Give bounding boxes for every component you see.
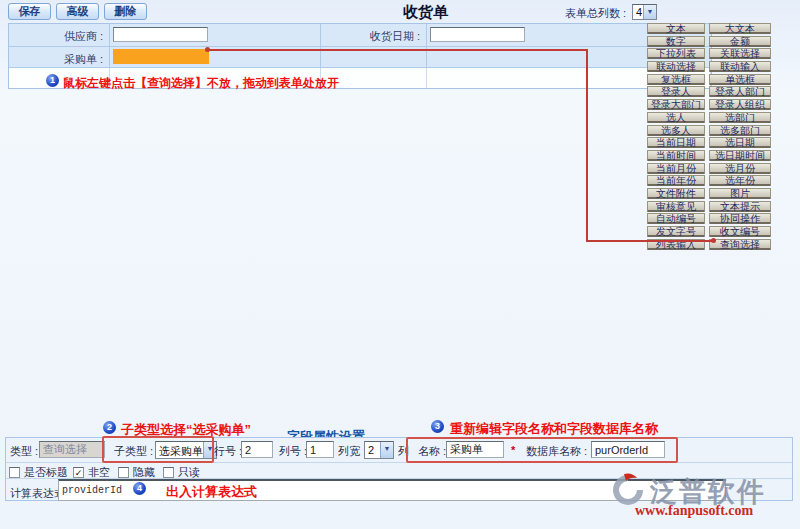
total-columns-label: 表单总列数 :	[565, 6, 626, 21]
checkbox-label-is-title: 是否标题	[24, 465, 68, 480]
connector-start-dot	[205, 47, 210, 52]
checkbox-item-is-title: 是否标题	[9, 465, 68, 480]
checkbox-item-not-null: ✓非空	[73, 465, 110, 480]
type-label: 类型 :	[10, 444, 38, 459]
palette-button-1[interactable]: 文本	[647, 23, 705, 34]
palette-button-4[interactable]: 金额	[709, 36, 771, 47]
palette-button-10[interactable]: 单选框	[709, 74, 771, 85]
palette-button-9[interactable]: 复选框	[647, 74, 705, 85]
step4-badge: 4	[133, 482, 146, 495]
checkbox-label-not-null: 非空	[88, 465, 110, 480]
rownum-label: 行号 :	[214, 444, 242, 459]
palette-button-30[interactable]: 文本提示	[709, 201, 771, 212]
palette-button-5[interactable]: 下拉列表	[647, 48, 705, 59]
checkbox-item-readonly: 只读	[163, 465, 200, 480]
palette-button-32[interactable]: 协同操作	[709, 213, 771, 224]
step4-text: 出入计算表达式	[166, 483, 257, 501]
palette-button-2[interactable]: 大文本	[709, 23, 771, 34]
step2-badge: 2	[103, 421, 116, 434]
palette-button-18[interactable]: 选多部门	[709, 125, 771, 136]
palette-button-34[interactable]: 收文编号	[709, 226, 771, 237]
checkbox-label-readonly: 只读	[178, 465, 200, 480]
palette-button-3[interactable]: 数字	[647, 36, 705, 47]
purchase-order-label: 采购单 :	[9, 47, 110, 68]
palette-button-12[interactable]: 登录人部门	[709, 86, 771, 97]
palette-button-19[interactable]: 当前日期	[647, 137, 705, 148]
palette-button-8[interactable]: 联动输入	[709, 61, 771, 72]
palette-button-27[interactable]: 文件附件	[647, 188, 705, 199]
connector-line-top	[209, 49, 587, 51]
palette-button-6[interactable]: 关联选择	[709, 48, 771, 59]
checkbox-is-title[interactable]	[9, 467, 20, 478]
colnum-input[interactable]	[306, 441, 334, 458]
step2-text: 子类型选择“选采购单”	[121, 421, 251, 439]
palette-button-31[interactable]: 自动编号	[647, 213, 705, 224]
highlight-box-subtype	[102, 436, 214, 463]
palette-button-21[interactable]: 当前时间	[647, 150, 705, 161]
checkbox-label-hidden: 隐藏	[133, 465, 155, 480]
palette-button-25[interactable]: 当前年份	[647, 175, 705, 186]
palette-button-26[interactable]: 选年份	[709, 175, 771, 186]
palette-button-17[interactable]: 选多人	[647, 125, 705, 136]
page-title: 收货单	[403, 3, 448, 22]
colwidth-value: 2	[365, 442, 380, 458]
step3-text: 重新编辑字段名称和字段数据库名称	[450, 420, 658, 438]
chevron-down-icon[interactable]: ▼	[380, 442, 393, 458]
receipt-date-label: 收货日期 :	[321, 24, 427, 47]
checkbox-readonly[interactable]	[163, 467, 174, 478]
step1-badge: 1	[46, 74, 59, 87]
step3-badge: 3	[431, 420, 444, 433]
palette-button-22[interactable]: 选日期时间	[709, 150, 771, 161]
step1-text: 鼠标左键点击【查询选择】不放，拖动到表单处放开	[63, 75, 339, 92]
total-columns-select[interactable]: 4 ▼	[632, 4, 657, 20]
rownum-input[interactable]	[241, 441, 273, 458]
checkbox-item-hidden: 隐藏	[118, 465, 155, 480]
palette-button-28[interactable]: 图片	[709, 188, 771, 199]
save-button[interactable]: 保存	[8, 3, 51, 20]
palette-button-16[interactable]: 选部门	[709, 112, 771, 123]
palette-button-24[interactable]: 选月份	[709, 163, 771, 174]
palette-button-36[interactable]: 查询选择	[709, 239, 771, 250]
connector-end-dot	[711, 238, 716, 243]
supplier-input[interactable]	[113, 27, 208, 42]
checkbox-hidden[interactable]	[118, 467, 129, 478]
connector-line-bottom	[586, 240, 713, 242]
palette-button-13[interactable]: 登录大部门	[647, 99, 705, 110]
chevron-down-icon[interactable]: ▼	[643, 5, 656, 19]
highlight-box-name-db	[406, 437, 678, 463]
palette-button-33[interactable]: 发文字号	[647, 226, 705, 237]
total-columns-value: 4	[633, 5, 643, 19]
supplier-label: 供应商 :	[9, 24, 110, 47]
colnum-label: 列号 :	[279, 444, 307, 459]
palette-button-11[interactable]: 登录人	[647, 86, 705, 97]
receipt-date-input[interactable]	[430, 27, 525, 42]
branding: 泛普软件 www.fanpusoft.com	[610, 472, 646, 512]
colwidth-label: 列宽 :	[338, 444, 366, 459]
form-row-1: 供应商 : 收货日期 :	[9, 24, 711, 47]
checkbox-not-null[interactable]: ✓	[73, 467, 84, 478]
palette: 文本大文本数字金额下拉列表关联选择联动选择联动输入复选框单选框登录人登录人部门登…	[647, 23, 771, 250]
delete-button[interactable]: 删除	[104, 3, 147, 20]
form-designer-page: 保存 高级 删除 收货单 表单总列数 : 4 ▼ 供应商 : 收货日期 : 采购…	[0, 0, 800, 529]
palette-button-14[interactable]: 登录人组织	[709, 99, 771, 110]
palette-button-7[interactable]: 联动选择	[647, 61, 705, 72]
palette-button-15[interactable]: 选人	[647, 112, 705, 123]
palette-button-29[interactable]: 审核意见	[647, 201, 705, 212]
purchase-order-highlight[interactable]	[113, 49, 209, 64]
supplier-field-cell	[110, 24, 321, 47]
type-input	[39, 441, 105, 458]
colwidth-select[interactable]: 2 ▼	[364, 441, 394, 459]
palette-button-20[interactable]: 选日期	[709, 137, 771, 148]
connector-line-vertical	[586, 49, 588, 242]
advanced-button[interactable]: 高级	[56, 3, 99, 20]
palette-button-23[interactable]: 当前月份	[647, 163, 705, 174]
website-link[interactable]: www.fanpusoft.com	[635, 503, 753, 519]
